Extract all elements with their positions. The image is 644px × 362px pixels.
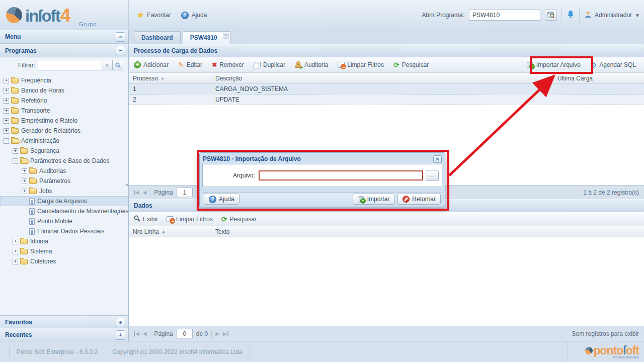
dialog-importar-button[interactable]: Importar — [353, 194, 395, 205]
dialog-titlebar[interactable]: PSW4810 - Importação de Arquivo ✕ — [202, 154, 442, 164]
tree-item[interactable]: +Transporte — [0, 106, 128, 116]
auditoria-button[interactable]: Auditoria — [295, 61, 328, 68]
adicionar-button[interactable]: + Adicionar — [134, 61, 169, 68]
favoritar-button[interactable]: ★ Favoritar — [137, 11, 171, 19]
dados-limpar-filtros-button[interactable]: Limpar Filtros — [167, 216, 213, 223]
close-icon[interactable]: ✕ — [433, 155, 442, 163]
brand-number: 4 — [60, 5, 70, 26]
collapse-icon[interactable]: − — [13, 158, 18, 164]
pagina-input[interactable] — [177, 329, 193, 338]
splitter-handle[interactable]: ◂ — [125, 182, 128, 187]
exibir-button[interactable]: Exibir — [134, 215, 158, 223]
collapse-sidebar-button[interactable]: « — [116, 32, 125, 42]
tree-item[interactable]: +Idioma — [0, 236, 128, 246]
prev-page-icon[interactable]: ◀ — [143, 331, 147, 336]
limpar-filtros-button[interactable]: Limpar Filtros — [338, 61, 384, 68]
expand-icon[interactable]: + — [4, 108, 9, 114]
first-page-icon[interactable]: ◀ — [134, 190, 139, 195]
tree-item[interactable]: −Parâmetros e Base de Dados — [0, 156, 128, 166]
pagina-input[interactable] — [177, 188, 193, 197]
expand-icon[interactable]: + — [22, 168, 27, 174]
separator — [211, 330, 212, 338]
tree-item[interactable]: Cancelamento de Movimentações — [0, 206, 128, 216]
tree-item[interactable]: +Refeitório — [0, 96, 128, 106]
tree-item[interactable]: Eliminar Dados Pessoais — [0, 226, 128, 236]
abrir-programa-input[interactable] — [469, 10, 540, 21]
tree-item[interactable]: +Coletores — [0, 256, 128, 266]
clear-filter-icon[interactable]: ✕ — [102, 60, 113, 70]
expand-icon[interactable]: + — [4, 88, 9, 94]
tree-item[interactable]: Carga de Arquivos — [0, 196, 128, 206]
bell-icon[interactable] — [567, 10, 575, 21]
folder-icon — [29, 168, 37, 174]
tree-item-label: Segurança — [30, 147, 59, 154]
ajuda-button[interactable]: ? Ajuda — [181, 12, 207, 19]
collapse-icon[interactable]: − — [4, 138, 9, 144]
column-ultima-carga[interactable]: Última Carga — [553, 73, 644, 83]
user-menu[interactable]: Administrador ▼ — [584, 11, 640, 20]
filtrar-input[interactable] — [38, 60, 102, 70]
column-descricao[interactable]: Descrição — [211, 73, 553, 83]
first-page-icon[interactable]: ◀ — [134, 331, 139, 336]
expand-icon[interactable]: + — [4, 78, 9, 83]
editar-button[interactable]: ✎ Editar — [178, 61, 202, 68]
table-cell — [553, 95, 644, 105]
dados-pesquisar-button[interactable]: ⟳ Pesquisar — [221, 216, 257, 223]
pontosoft-logo-text: pontoſoft — [585, 345, 639, 356]
duplicar-button[interactable]: Duplicar — [254, 61, 285, 68]
expand-icon[interactable]: + — [4, 128, 9, 134]
dialog-footer: ? Ajuda Importar Retornar — [202, 192, 442, 206]
close-tab-icon[interactable]: ✕ — [223, 33, 229, 39]
tree-item[interactable]: +Empréstimo e Rateio — [0, 116, 128, 126]
tree-item[interactable]: −Administração — [0, 136, 128, 146]
expand-icon[interactable]: + — [22, 189, 27, 194]
tree-item[interactable]: +Frequência — [0, 75, 128, 85]
expand-icon[interactable]: + — [4, 98, 9, 104]
browse-button[interactable]: ... — [426, 170, 439, 181]
search-icon[interactable] — [113, 60, 123, 70]
tree-item-label: Parâmetros — [39, 177, 70, 185]
importar-arquivo-button[interactable]: Importar Arquivo — [527, 61, 581, 68]
open-program-button[interactable] — [545, 10, 557, 21]
dialog-ajuda-button[interactable]: ? Ajuda — [204, 194, 239, 205]
column-texto[interactable]: Texto — [211, 226, 644, 237]
recentes-header[interactable]: Recentes + — [0, 328, 128, 342]
tree-item-label: Gerador de Relatórios — [21, 127, 80, 134]
header-toolbar: ★ Favoritar ? Ajuda — [129, 0, 207, 30]
brand-text: inſoft4 — [25, 6, 69, 25]
favoritos-header[interactable]: Favoritos + — [0, 316, 128, 329]
collapse-programas-button[interactable]: − — [116, 46, 125, 55]
remover-button[interactable]: ✖ Remover — [212, 61, 244, 68]
table-row[interactable]: 2UPDATE — [129, 95, 644, 105]
column-nro-linha[interactable]: Nro Linha ▲ — [129, 226, 211, 237]
tree-item[interactable]: +Banco de Horas — [0, 85, 128, 96]
dialog-retornar-label: Retornar — [412, 196, 436, 203]
table-row[interactable]: 1CARGA_NOVO_SISTEMA — [129, 84, 644, 95]
expand-icon[interactable]: + — [4, 118, 9, 124]
prev-page-icon[interactable]: ◀ — [143, 190, 147, 195]
tree-item[interactable]: +Sistema — [0, 246, 128, 256]
tree-item[interactable]: +Auditorias — [0, 166, 128, 176]
tree-item[interactable]: Ponto Mobile — [0, 216, 128, 226]
tree-item[interactable]: +Jobs — [0, 186, 128, 196]
next-page-icon[interactable]: ▶ — [215, 331, 219, 336]
expand-icon[interactable]: + — [13, 249, 18, 254]
expand-icon[interactable]: + — [13, 239, 18, 244]
arquivo-input[interactable] — [259, 170, 423, 180]
pesquisar-button[interactable]: ⟳ Pesquisar — [393, 61, 429, 68]
expand-icon[interactable]: + — [13, 148, 18, 154]
last-page-icon[interactable]: ▶ — [223, 331, 228, 336]
column-processo[interactable]: Processo ▲ — [129, 73, 211, 83]
tree-item[interactable]: +Segurança — [0, 146, 128, 156]
tab-psw4810[interactable]: PSW4810 ✕ — [183, 31, 231, 44]
tree-item[interactable]: +Parâmetros — [0, 176, 128, 186]
expand-icon[interactable]: + — [13, 259, 18, 264]
tab-dashboard[interactable]: Dashboard — [134, 31, 181, 44]
expand-favoritos-button[interactable]: + — [116, 318, 125, 327]
expand-recentes-button[interactable]: + — [116, 330, 125, 340]
tree-item[interactable]: +Gerador de Relatórios — [0, 126, 128, 136]
expand-icon[interactable]: + — [22, 178, 27, 184]
agendar-sql-button[interactable]: ⚙ Agendar SQL — [590, 61, 636, 69]
agendar-sql-label: Agendar SQL — [599, 61, 636, 68]
dialog-retornar-button[interactable]: Retornar — [397, 194, 441, 205]
